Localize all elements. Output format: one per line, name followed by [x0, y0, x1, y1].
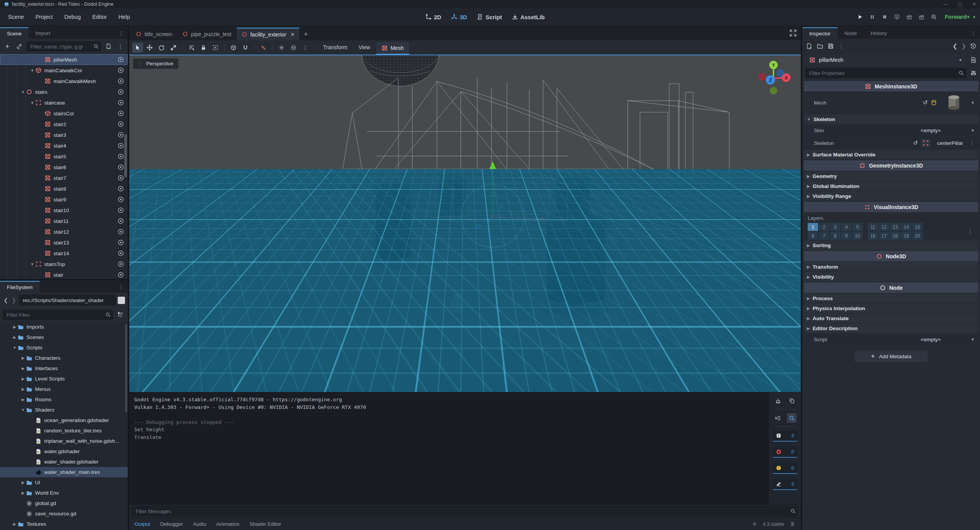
maximize-button[interactable]: ▢: [958, 2, 962, 7]
fs-item-global.gd[interactable]: global.gd: [0, 498, 128, 508]
scene-tree-item-pillarMesh[interactable]: pillarMesh: [0, 54, 128, 65]
layer-cell-2[interactable]: 2: [819, 223, 829, 231]
tree-toggle[interactable]: ▶: [12, 522, 18, 526]
layer-cell-20[interactable]: 20: [912, 232, 923, 240]
move-mode-button[interactable]: [144, 43, 155, 53]
visibility-eye-icon[interactable]: [117, 99, 124, 106]
scene-tree-item-stair10[interactable]: stair10: [0, 205, 128, 216]
toggle-messages-badge[interactable]: 3: [773, 430, 797, 442]
fs-scrollbar[interactable]: [125, 324, 127, 412]
visibility-eye-icon[interactable]: [117, 261, 124, 267]
expand-viewport-icon[interactable]: [789, 29, 797, 37]
play-current-scene-button[interactable]: [904, 12, 915, 22]
section-process[interactable]: ▶Process: [804, 294, 978, 303]
property-menu-icon[interactable]: ⋮: [969, 140, 975, 146]
section-visibility-range[interactable]: ▶Visibility Range: [804, 191, 978, 201]
layer-cell-9[interactable]: 9: [841, 232, 852, 240]
scene-tree-item-stair13[interactable]: stair13: [0, 237, 128, 248]
fs-item-World-Env[interactable]: ▶World Env: [0, 488, 128, 498]
viewport-menu-icon[interactable]: ⋮: [138, 61, 143, 66]
sun-environ-menu-icon[interactable]: ⋮: [300, 43, 311, 53]
scene-tree-item-mainCatwalkCol[interactable]: ▼mainCatwalkCol: [0, 65, 128, 76]
visibility-eye-icon[interactable]: [117, 207, 124, 214]
preview-sunlight-button[interactable]: [276, 43, 287, 53]
scene-dock-menu-icon[interactable]: ⋮: [118, 30, 128, 39]
close-window-button[interactable]: ✕: [972, 2, 976, 7]
stop-button[interactable]: [879, 12, 890, 22]
resource-menu-icon[interactable]: ⋮: [838, 43, 844, 49]
tab-debugger[interactable]: Debugger: [160, 521, 183, 527]
play-custom-scene-button[interactable]: [916, 12, 927, 22]
fs-item-water_shader.gdshader[interactable]: water_shader.gdshader: [0, 457, 128, 467]
fs-split-mode-button[interactable]: [118, 297, 125, 304]
ruler-mode-button[interactable]: [258, 43, 269, 53]
toggle-errors-badge[interactable]: 0: [773, 447, 797, 458]
section-transform[interactable]: ▶Transform: [804, 262, 978, 271]
scene-filter-input[interactable]: [27, 42, 101, 52]
visibility-eye-icon[interactable]: [117, 196, 124, 203]
layer-cell-14[interactable]: 14: [901, 223, 912, 231]
section-skeleton[interactable]: ▼Skeleton: [804, 115, 978, 124]
axis-neg-y[interactable]: [770, 87, 777, 95]
layer-cell-7[interactable]: 7: [819, 232, 829, 240]
tree-toggle[interactable]: ▶: [20, 397, 26, 402]
layer-cell-3[interactable]: 3: [830, 223, 840, 231]
pause-button[interactable]: [867, 12, 878, 22]
tree-toggle[interactable]: ▶: [20, 480, 26, 485]
scene-tree-item-stair7[interactable]: stair7: [0, 173, 128, 183]
fs-item-Characters[interactable]: ▶Characters: [0, 353, 128, 363]
fs-item-Rooms[interactable]: ▶Rooms: [0, 394, 128, 405]
tab-history[interactable]: History: [864, 27, 894, 39]
tab-import[interactable]: Import: [28, 27, 57, 39]
snap-cube-button[interactable]: [228, 43, 239, 53]
scene-tree-item-stair12[interactable]: stair12: [0, 226, 128, 237]
filesystem-menu-icon[interactable]: ⋮: [118, 284, 128, 292]
fs-item-triplanar_wall_with_noise.gdsh...[interactable]: triplanar_wall_with_noise.gdsh...: [0, 436, 128, 446]
layer-cell-10[interactable]: 10: [852, 232, 863, 240]
rotate-mode-button[interactable]: [156, 43, 167, 53]
visibility-eye-icon[interactable]: [117, 56, 124, 63]
add-metadata-button[interactable]: +Add Metadata: [855, 351, 928, 362]
scene-tree-menu-icon[interactable]: ⋮: [116, 42, 125, 51]
fs-item-Level-Scripts[interactable]: ▶Level Scripts: [0, 374, 128, 384]
fs-item-Shaders[interactable]: ▼Shaders: [0, 405, 128, 415]
section-surface-material-override[interactable]: ▶Surface Material Override: [804, 150, 978, 159]
scene-tree-item-stair5[interactable]: stair5: [0, 151, 128, 162]
menu-scene[interactable]: Scene: [2, 8, 30, 26]
revert-icon[interactable]: ↺: [913, 140, 918, 146]
scene-tree-item-stair2[interactable]: stair2: [0, 119, 128, 130]
tree-toggle[interactable]: ▶: [20, 377, 26, 381]
visibility-eye-icon[interactable]: [117, 110, 124, 117]
view-menu[interactable]: View: [353, 40, 375, 55]
edited-node-selector[interactable]: pillarMesh ▼: [805, 54, 966, 66]
filter-messages-input[interactable]: [132, 506, 798, 516]
fs-item-Menus[interactable]: ▶Menus: [0, 384, 128, 394]
visibility-eye-icon[interactable]: [117, 67, 124, 74]
history-forward-button[interactable]: ❯: [961, 43, 966, 50]
layer-cell-6[interactable]: 6: [808, 232, 818, 240]
scene-tree-item-stairs[interactable]: ▼stairs: [0, 86, 128, 97]
tree-toggle[interactable]: ▶: [20, 491, 26, 495]
tree-toggle[interactable]: ▶: [20, 366, 26, 371]
property-mesh[interactable]: Mesh ↺ ▼: [804, 91, 978, 114]
scene-tree-item-mainCatwalkMesh[interactable]: mainCatwalkMesh: [0, 76, 128, 86]
tree-toggle[interactable]: ▼: [29, 262, 35, 266]
visibility-eye-icon[interactable]: [117, 185, 124, 192]
tab-node[interactable]: Node: [838, 27, 864, 39]
movie-maker-button[interactable]: [928, 12, 939, 22]
visibility-eye-icon[interactable]: [117, 174, 124, 181]
visibility-eye-icon[interactable]: [117, 218, 124, 224]
fs-item-random_texture_tiler.tres[interactable]: random_texture_tiler.tres: [0, 425, 128, 436]
open-docs-button[interactable]: [968, 57, 978, 63]
property-script[interactable]: Script<empty>▼: [804, 334, 978, 345]
list-select-button[interactable]: [186, 43, 197, 53]
notification-bell-icon[interactable]: [752, 522, 757, 527]
load-resource-icon[interactable]: [817, 43, 823, 49]
minimize-button[interactable]: —: [943, 2, 948, 7]
collapse-duplicates-button[interactable]: [773, 413, 783, 423]
toggle-editor-badge[interactable]: 3: [773, 479, 797, 490]
scene-tree-item-stair[interactable]: stair: [0, 269, 128, 279]
property-skeleton[interactable]: Skeleton ↺ centerPillar ⋮: [804, 137, 978, 149]
layer-cell-19[interactable]: 19: [901, 232, 912, 240]
visibility-eye-icon[interactable]: [117, 88, 124, 95]
